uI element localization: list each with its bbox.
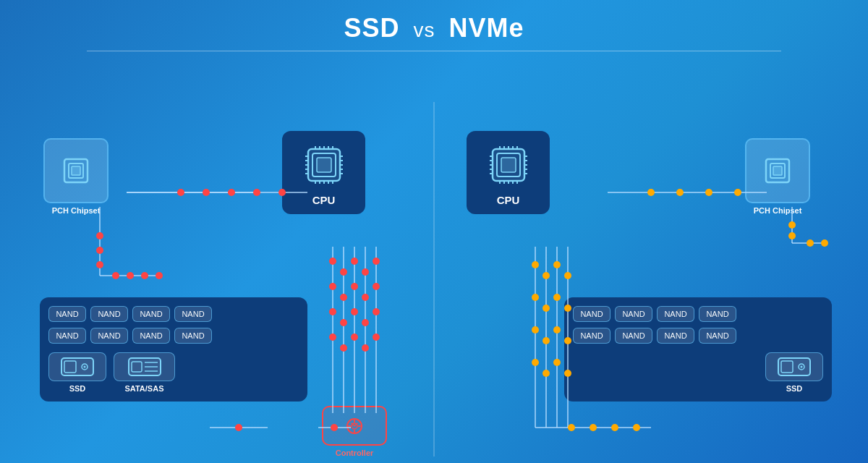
svg-point-148: [801, 366, 803, 368]
svg-point-26: [340, 319, 347, 326]
svg-point-6: [112, 272, 119, 279]
nand-chip: NAND: [573, 306, 610, 322]
svg-point-55: [553, 294, 561, 301]
svg-point-51: [553, 261, 561, 268]
left-pch-chipset: PCH Chipset: [43, 138, 109, 215]
nand-chip: NAND: [699, 328, 736, 344]
controller-wrapper: Controller: [322, 406, 387, 457]
svg-point-40: [177, 189, 184, 196]
svg-rect-121: [501, 158, 516, 172]
svg-point-7: [127, 272, 134, 279]
svg-point-50: [542, 272, 550, 279]
svg-point-25: [329, 308, 336, 315]
svg-point-22: [351, 283, 358, 290]
nand-chip: NAND: [573, 328, 610, 344]
svg-point-28: [362, 319, 369, 326]
ssd-title: SSD: [344, 13, 399, 43]
right-cpu-label: CPU: [497, 194, 520, 206]
nand-chip: NAND: [90, 306, 128, 322]
right-cpu: CPU: [467, 131, 550, 214]
svg-point-23: [362, 294, 369, 301]
svg-point-17: [351, 258, 358, 265]
svg-point-78: [590, 424, 597, 431]
right-pch-label: PCH Chipset: [745, 206, 810, 215]
right-nand-row-2: NAND NAND NAND NAND: [573, 328, 823, 344]
sata-wrapper: SATA/SAS: [114, 352, 175, 393]
svg-point-19: [373, 258, 380, 265]
nand-chip: NAND: [48, 306, 86, 322]
svg-point-24: [373, 283, 380, 290]
svg-point-27: [351, 308, 358, 315]
right-pch-chipset: PCH Chipset: [745, 138, 810, 215]
svg-point-18: [362, 268, 369, 276]
svg-point-62: [542, 370, 550, 377]
svg-point-54: [542, 305, 550, 312]
left-ssd-label: SSD: [69, 384, 86, 393]
right-bottom-row: SSD: [573, 352, 823, 393]
nand-chip: NAND: [132, 306, 170, 322]
svg-point-53: [532, 294, 539, 301]
nand-chip: NAND: [657, 328, 694, 344]
svg-point-59: [553, 326, 561, 334]
nand-chip: NAND: [48, 328, 86, 344]
svg-point-58: [542, 337, 550, 344]
svg-point-21: [340, 294, 347, 301]
nand-chip: NAND: [174, 328, 212, 344]
vs-title: vs: [414, 19, 435, 41]
main-content: PCH Chipset: [0, 51, 868, 456]
svg-point-67: [676, 189, 684, 196]
svg-point-72: [788, 221, 796, 229]
svg-point-79: [611, 424, 618, 431]
svg-point-80: [633, 424, 640, 431]
svg-point-33: [362, 344, 369, 352]
svg-point-75: [821, 239, 828, 247]
svg-point-69: [734, 189, 741, 196]
svg-point-36: [235, 424, 242, 431]
left-bottom-row: SSD SATA/SAS: [48, 352, 299, 393]
svg-point-20: [329, 283, 336, 290]
left-nand-row-2: NAND NAND NAND NAND: [48, 328, 299, 344]
nvme-title: NVMe: [449, 13, 524, 43]
svg-rect-87: [317, 158, 331, 172]
svg-point-29: [373, 308, 380, 315]
svg-point-42: [228, 189, 235, 196]
svg-point-68: [705, 189, 712, 196]
svg-point-43: [253, 189, 260, 196]
nand-chip: NAND: [174, 306, 212, 322]
right-storage-panel: NAND NAND NAND NAND NAND NAND NAND NAND: [564, 297, 832, 402]
svg-point-41: [203, 189, 210, 196]
svg-point-63: [553, 359, 561, 366]
nand-chip: NAND: [615, 328, 652, 344]
svg-point-8: [141, 272, 148, 279]
svg-rect-144: [773, 166, 782, 175]
svg-rect-84: [72, 166, 80, 175]
controller-label: Controller: [322, 449, 387, 457]
svg-point-73: [788, 232, 796, 239]
sata-label: SATA/SAS: [125, 384, 164, 393]
svg-point-2: [96, 232, 103, 239]
left-nand-row-1: NAND NAND NAND NAND: [48, 306, 299, 322]
left-pch-label: PCH Chipset: [43, 206, 109, 215]
svg-point-9: [156, 272, 163, 279]
nand-chip: NAND: [132, 328, 170, 344]
nand-chip: NAND: [657, 306, 694, 322]
left-cpu: CPU: [282, 131, 365, 214]
right-ssd-label: SSD: [786, 384, 803, 393]
svg-point-32: [351, 334, 358, 341]
nand-chip: NAND: [615, 306, 652, 322]
svg-point-4: [96, 261, 103, 268]
svg-point-3: [96, 247, 103, 254]
svg-point-15: [329, 258, 336, 265]
right-ssd-icon-wrapper: SSD: [765, 352, 823, 393]
svg-point-34: [373, 334, 380, 341]
svg-point-74: [807, 239, 814, 247]
left-ssd-icon-wrapper: SSD: [48, 352, 106, 393]
svg-point-66: [647, 189, 655, 196]
svg-point-77: [568, 424, 575, 431]
svg-point-49: [532, 261, 539, 268]
nand-chip: NAND: [90, 328, 128, 344]
svg-point-52: [564, 272, 571, 279]
svg-point-61: [532, 359, 539, 366]
left-storage-panel: NAND NAND NAND NAND NAND NAND NAND NAND: [40, 297, 307, 402]
title-section: SSD vs NVMe: [0, 0, 868, 51]
